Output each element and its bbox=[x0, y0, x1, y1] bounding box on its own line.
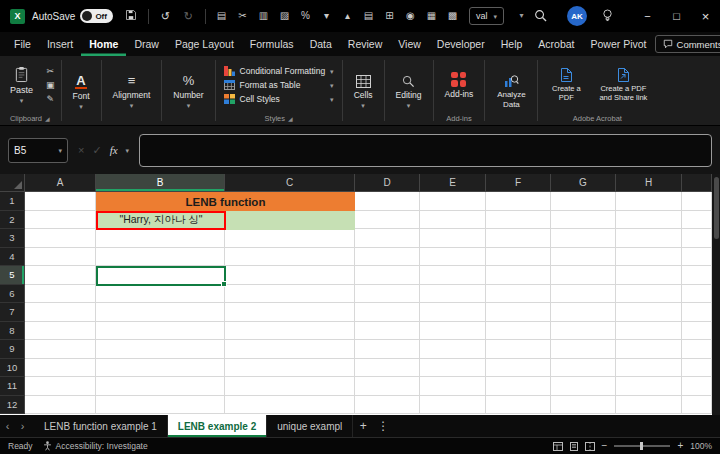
cell-b4[interactable] bbox=[96, 248, 225, 267]
cell-b3[interactable] bbox=[96, 229, 225, 248]
collapse-icon[interactable]: ▾ bbox=[319, 11, 334, 21]
vertical-scrollbar[interactable] bbox=[712, 174, 720, 415]
cell-d10[interactable] bbox=[355, 359, 420, 378]
cell-h12[interactable] bbox=[616, 396, 682, 415]
cell-c3[interactable] bbox=[225, 229, 355, 248]
cells-button[interactable]: Cells ▾ bbox=[346, 58, 381, 125]
sheet-nav-right-icon[interactable]: › bbox=[15, 420, 30, 432]
row-header-10[interactable]: 10 bbox=[0, 359, 25, 378]
cell-c11[interactable] bbox=[225, 377, 355, 396]
ribbon-tab-draw[interactable]: Draw bbox=[126, 32, 167, 56]
cell-c7[interactable] bbox=[225, 303, 355, 322]
cell-c8[interactable] bbox=[225, 322, 355, 341]
cell-d3[interactable] bbox=[355, 229, 420, 248]
row-header-11[interactable]: 11 bbox=[0, 377, 25, 396]
cell-d1[interactable] bbox=[355, 192, 420, 211]
ribbon-tab-power-pivot[interactable]: Power Pivot bbox=[583, 32, 655, 56]
row-header-4[interactable]: 4 bbox=[0, 248, 25, 267]
cell-g3[interactable] bbox=[551, 229, 616, 248]
cell-d6[interactable] bbox=[355, 285, 420, 304]
document-icon[interactable]: ▤ bbox=[361, 11, 376, 21]
scrollbar-thumb[interactable] bbox=[714, 177, 719, 239]
cell-b2-highlight[interactable]: "Harry, 지아나 싱" bbox=[96, 211, 226, 230]
cell-b7[interactable] bbox=[96, 303, 225, 322]
cell-f5[interactable] bbox=[486, 266, 551, 285]
cell-h3[interactable] bbox=[616, 229, 682, 248]
lightbulb-icon[interactable] bbox=[600, 9, 615, 24]
sheet-tab-lenb-function-example-1[interactable]: LENB function example 1 bbox=[34, 415, 168, 437]
cell-g9[interactable] bbox=[551, 340, 616, 359]
cell-g12[interactable] bbox=[551, 396, 616, 415]
column-header-c[interactable]: C bbox=[225, 174, 355, 191]
cell-f12[interactable] bbox=[486, 396, 551, 415]
sheet-tab-lenb-example-2[interactable]: LENB example 2 bbox=[168, 415, 267, 437]
search-icon[interactable] bbox=[533, 9, 548, 24]
cell-c5[interactable] bbox=[225, 266, 355, 285]
camera-icon[interactable]: ◉ bbox=[403, 11, 418, 21]
close-button[interactable]: × bbox=[691, 0, 720, 32]
row-header-7[interactable]: 7 bbox=[0, 303, 25, 322]
cell-a12[interactable] bbox=[25, 396, 96, 415]
cell-e11[interactable] bbox=[420, 377, 486, 396]
cell-c4[interactable] bbox=[225, 248, 355, 267]
fill-color-icon[interactable]: ▨ bbox=[277, 11, 292, 21]
cell-a3[interactable] bbox=[25, 229, 96, 248]
cell-e8[interactable] bbox=[420, 322, 486, 341]
cell-g8[interactable] bbox=[551, 322, 616, 341]
row-header-1[interactable]: 1 bbox=[0, 192, 25, 211]
normal-view-icon[interactable] bbox=[553, 442, 563, 451]
qat-overflow-icon[interactable]: ▾ bbox=[514, 12, 529, 20]
cell-g1[interactable] bbox=[551, 192, 616, 211]
alignment-button[interactable]: ≡ Alignment ▾ bbox=[105, 58, 159, 125]
cell-f8[interactable] bbox=[486, 322, 551, 341]
save-icon[interactable] bbox=[124, 9, 139, 23]
cell-e2[interactable] bbox=[420, 211, 486, 230]
cell-h1[interactable] bbox=[616, 192, 682, 211]
picture-icon[interactable]: ▥ bbox=[256, 11, 271, 21]
cell-e4[interactable] bbox=[420, 248, 486, 267]
row-header-8[interactable]: 8 bbox=[0, 322, 25, 341]
comments-button[interactable]: Comments bbox=[655, 35, 720, 53]
dialog-launcher-icon[interactable]: ◢ bbox=[288, 115, 293, 122]
cell-b10[interactable] bbox=[96, 359, 225, 378]
row-header-3[interactable]: 3 bbox=[0, 229, 25, 248]
cut-icon[interactable]: ✂ bbox=[235, 11, 250, 21]
cell-h4[interactable] bbox=[616, 248, 682, 267]
copy-icon[interactable]: ▣ bbox=[46, 80, 55, 90]
row-header-6[interactable]: 6 bbox=[0, 285, 25, 304]
cell-f6[interactable] bbox=[486, 285, 551, 304]
cell-d2[interactable] bbox=[355, 211, 420, 230]
zoom-slider[interactable] bbox=[614, 445, 670, 447]
cell-e12[interactable] bbox=[420, 396, 486, 415]
cell-a6[interactable] bbox=[25, 285, 96, 304]
zoom-in-button[interactable]: + bbox=[677, 441, 683, 451]
cell-a2[interactable] bbox=[25, 211, 96, 230]
cell-f4[interactable] bbox=[486, 248, 551, 267]
cell-g5[interactable] bbox=[551, 266, 616, 285]
cell-h9[interactable] bbox=[616, 340, 682, 359]
column-header-g[interactable]: G bbox=[551, 174, 616, 191]
page-break-view-icon[interactable] bbox=[585, 442, 595, 451]
cell-d11[interactable] bbox=[355, 377, 420, 396]
cell-e7[interactable] bbox=[420, 303, 486, 322]
zoom-out-button[interactable]: − bbox=[602, 441, 608, 451]
cell-d7[interactable] bbox=[355, 303, 420, 322]
dialog-launcher-icon[interactable]: ◢ bbox=[45, 115, 50, 122]
ribbon-tab-review[interactable]: Review bbox=[340, 32, 390, 56]
sheet-menu-button[interactable]: ⋮ bbox=[373, 419, 393, 433]
cell-d12[interactable] bbox=[355, 396, 420, 415]
cell-e5[interactable] bbox=[420, 266, 486, 285]
ribbon-tab-data[interactable]: Data bbox=[302, 32, 340, 56]
cut-icon[interactable]: ✂ bbox=[46, 66, 55, 76]
column-header-a[interactable]: A bbox=[25, 174, 96, 191]
formula-input[interactable] bbox=[139, 134, 712, 167]
column-header-d[interactable]: D bbox=[355, 174, 420, 191]
insert-table-icon[interactable]: ⊞ bbox=[382, 11, 397, 21]
ribbon-tab-file[interactable]: File bbox=[6, 32, 39, 56]
cell-f10[interactable] bbox=[486, 359, 551, 378]
cell-d8[interactable] bbox=[355, 322, 420, 341]
row-header-9[interactable]: 9 bbox=[0, 340, 25, 359]
ribbon-tab-acrobat[interactable]: Acrobat bbox=[530, 32, 582, 56]
row-header-2[interactable]: 2 bbox=[0, 211, 25, 230]
name-box[interactable]: B5 ▾ bbox=[8, 138, 68, 163]
